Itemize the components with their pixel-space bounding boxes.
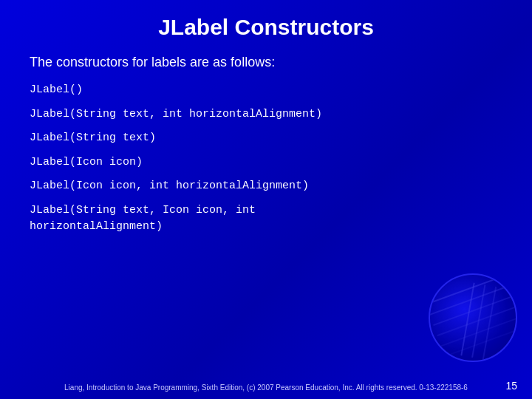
constructor-6: JLabel(String text, Icon icon, inthorizo… bbox=[30, 202, 502, 236]
footer-text: Liang, Introduction to Java Programming,… bbox=[0, 383, 532, 392]
constructor-2: JLabel(String text, int horizontalAlignm… bbox=[30, 106, 502, 123]
slide-title: JLabel Constructors bbox=[30, 15, 502, 40]
constructor-1: JLabel() bbox=[30, 82, 502, 99]
constructor-4: JLabel(Icon icon) bbox=[30, 154, 502, 171]
globe-decoration bbox=[429, 273, 517, 362]
constructor-5: JLabel(Icon icon, int horizontalAlignmen… bbox=[30, 178, 502, 195]
page-number: 15 bbox=[505, 380, 517, 392]
constructor-3: JLabel(String text) bbox=[30, 130, 502, 147]
slide: JLabel Constructors The constructors for… bbox=[0, 0, 532, 399]
intro-text: The constructors for labels are as follo… bbox=[30, 55, 502, 70]
